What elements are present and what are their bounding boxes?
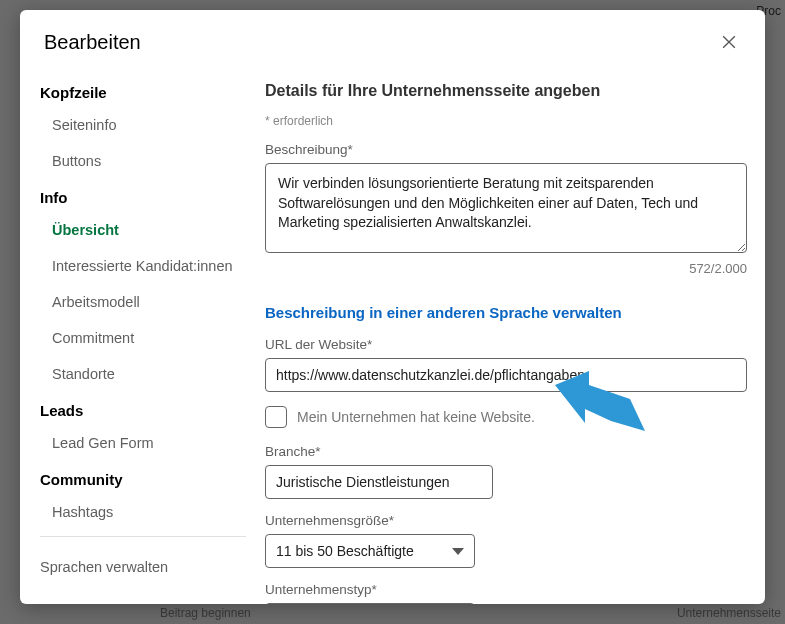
branche-label: Branche* <box>265 444 747 459</box>
groesse-select[interactable]: 11 bis 50 Beschäftigte <box>265 534 475 568</box>
required-note: * erforderlich <box>265 114 747 128</box>
sidebar-item-buttons[interactable]: Buttons <box>40 143 243 179</box>
close-icon <box>719 32 739 52</box>
field-typ: Unternehmenstyp* Personengesellschaft <box>265 582 747 604</box>
sidebar-section-info[interactable]: Info <box>40 179 243 212</box>
groesse-label: Unternehmensgröße* <box>265 513 747 528</box>
sidebar-item-uebersicht[interactable]: Übersicht <box>40 212 243 248</box>
typ-select[interactable]: Personengesellschaft <box>265 603 475 604</box>
groesse-value: 11 bis 50 Beschäftigte <box>276 543 414 559</box>
modal-body: Kopfzeile Seiteninfo Buttons Info Übersi… <box>20 66 765 604</box>
spacer <box>40 539 243 549</box>
sidebar-section-leads[interactable]: Leads <box>40 392 243 425</box>
edit-modal: Bearbeiten Kopfzeile Seiteninfo Buttons … <box>20 10 765 604</box>
backdrop-text: Unternehmensseite <box>677 606 781 620</box>
caret-down-icon <box>452 548 464 555</box>
typ-label: Unternehmenstyp* <box>265 582 747 597</box>
sidebar-item-hashtags[interactable]: Hashtags <box>40 494 243 530</box>
sidebar-item-seiteninfo[interactable]: Seiteninfo <box>40 107 243 143</box>
sidebar-divider <box>40 536 246 537</box>
sidebar-item-arbeitsmodell[interactable]: Arbeitsmodell <box>40 284 243 320</box>
char-count: 572/2.000 <box>265 261 747 276</box>
sidebar-item-standorte[interactable]: Standorte <box>40 356 243 392</box>
sidebar-item-sprachen[interactable]: Sprachen verwalten <box>40 549 243 585</box>
sidebar-item-commitment[interactable]: Commitment <box>40 320 243 356</box>
branche-value: Juristische Dienstleistungen <box>276 474 450 490</box>
content-panel: Details für Ihre Unternehmensseite angeb… <box>247 66 765 604</box>
sidebar-item-leadgen[interactable]: Lead Gen Form <box>40 425 243 461</box>
modal-header: Bearbeiten <box>20 10 765 66</box>
beschreibung-textarea[interactable] <box>265 163 747 253</box>
no-website-row: Mein Unternehmen hat keine Website. <box>265 406 747 428</box>
content-title: Details für Ihre Unternehmensseite angeb… <box>265 82 747 100</box>
branche-select[interactable]: Juristische Dienstleistungen <box>265 465 493 499</box>
field-branche: Branche* Juristische Dienstleistungen <box>265 444 747 499</box>
modal-title: Bearbeiten <box>44 31 141 54</box>
close-button[interactable] <box>713 26 745 58</box>
sidebar-section-community[interactable]: Community <box>40 461 243 494</box>
no-website-label: Mein Unternehmen hat keine Website. <box>297 409 535 425</box>
manage-language-link[interactable]: Beschreibung in einer anderen Sprache ve… <box>265 304 622 321</box>
field-url: URL der Website* <box>265 337 747 392</box>
sidebar-section-kopfzeile[interactable]: Kopfzeile <box>40 74 243 107</box>
beschreibung-label: Beschreibung* <box>265 142 747 157</box>
no-website-checkbox[interactable] <box>265 406 287 428</box>
field-beschreibung: Beschreibung* 572/2.000 <box>265 142 747 276</box>
backdrop-text: Beitrag beginnen <box>160 606 251 620</box>
sidebar-item-kandidaten[interactable]: Interessierte Kandidat:innen <box>40 248 243 284</box>
sidebar: Kopfzeile Seiteninfo Buttons Info Übersi… <box>20 66 247 604</box>
url-label: URL der Website* <box>265 337 747 352</box>
field-groesse: Unternehmensgröße* 11 bis 50 Beschäftigt… <box>265 513 747 568</box>
url-input[interactable] <box>265 358 747 392</box>
